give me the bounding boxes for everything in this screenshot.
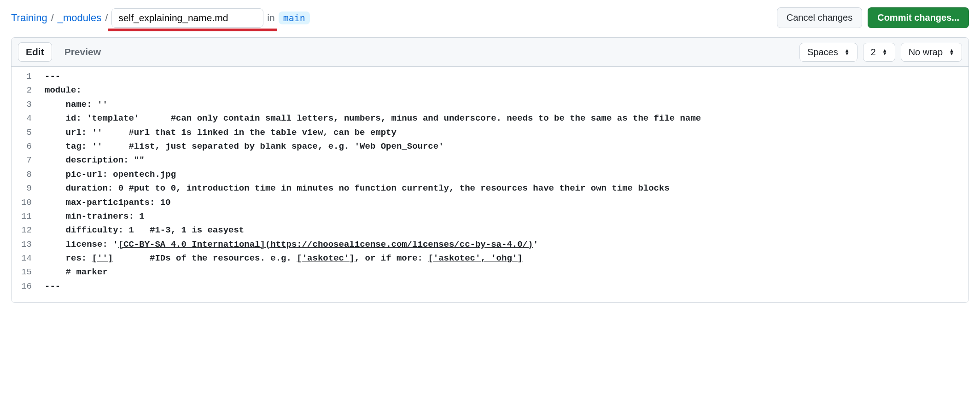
code-text[interactable]: # marker bbox=[45, 265, 968, 279]
code-line[interactable]: 9 duration: 0 #put to 0, introduction ti… bbox=[12, 181, 968, 195]
line-number: 10 bbox=[12, 196, 45, 209]
code-text[interactable]: max-participants: 10 bbox=[45, 196, 968, 209]
line-number: 7 bbox=[12, 153, 45, 167]
editor-settings: Spaces ▲▼ 2 ▲▼ No wrap ▲▼ bbox=[799, 43, 962, 62]
line-number: 9 bbox=[12, 181, 45, 195]
annotation-underline bbox=[108, 29, 277, 31]
code-text[interactable]: duration: 0 #put to 0, introduction time… bbox=[45, 181, 968, 195]
code-line[interactable]: 10 max-participants: 10 bbox=[12, 196, 968, 209]
line-number: 5 bbox=[12, 126, 45, 139]
filename-field-wrap bbox=[111, 8, 263, 28]
in-label: in bbox=[267, 12, 274, 23]
tab-edit[interactable]: Edit bbox=[18, 42, 52, 62]
editor-tabs: Edit Preview bbox=[18, 42, 109, 62]
code-line[interactable]: 6 tag: '' #list, just separated by blank… bbox=[12, 139, 968, 153]
cancel-button[interactable]: Cancel changes bbox=[777, 7, 862, 28]
code-line[interactable]: 16--- bbox=[12, 279, 968, 293]
breadcrumb-separator: / bbox=[105, 12, 108, 24]
line-number: 3 bbox=[12, 98, 45, 111]
code-line[interactable]: 4 id: 'template' #can only contain small… bbox=[12, 111, 968, 125]
line-number: 8 bbox=[12, 168, 45, 181]
code-line[interactable]: 12 difficulty: 1 #1-3, 1 is easyest bbox=[12, 223, 968, 237]
code-line[interactable]: 11 min-trainers: 1 bbox=[12, 209, 968, 223]
code-text[interactable]: tag: '' #list, just separated by blank s… bbox=[45, 139, 968, 153]
code-line[interactable]: 15 # marker bbox=[12, 265, 968, 279]
line-number: 4 bbox=[12, 111, 45, 125]
breadcrumb-separator: / bbox=[51, 12, 54, 24]
sort-icon: ▲▼ bbox=[949, 49, 954, 55]
line-number: 16 bbox=[12, 279, 45, 293]
code-line[interactable]: 7 description: "" bbox=[12, 153, 968, 167]
wrap-mode-select[interactable]: No wrap ▲▼ bbox=[901, 43, 962, 62]
line-number: 11 bbox=[12, 209, 45, 223]
code-text[interactable]: module: bbox=[45, 83, 968, 97]
filename-input[interactable] bbox=[111, 8, 263, 28]
indent-mode-label: Spaces bbox=[807, 47, 838, 58]
code-line[interactable]: 2module: bbox=[12, 83, 968, 97]
code-text[interactable]: res: [''] #IDs of the resources. e.g. ['… bbox=[45, 251, 968, 265]
code-editor[interactable]: 1---2module:3 name: ''4 id: 'template' #… bbox=[12, 67, 968, 302]
code-text[interactable]: url: '' #url that is linked in the table… bbox=[45, 126, 968, 139]
breadcrumb-root-link[interactable]: Training bbox=[11, 12, 47, 24]
code-text[interactable]: license: '[CC-BY-SA 4.0 International](h… bbox=[45, 238, 968, 251]
code-line[interactable]: 8 pic-url: opentech.jpg bbox=[12, 168, 968, 181]
branch-badge[interactable]: main bbox=[279, 12, 310, 24]
line-number: 14 bbox=[12, 251, 45, 265]
editor-container: Edit Preview Spaces ▲▼ 2 ▲▼ No wrap ▲▼ 1… bbox=[11, 37, 969, 303]
code-text[interactable]: --- bbox=[45, 279, 968, 293]
code-text[interactable]: name: '' bbox=[45, 98, 968, 111]
code-line[interactable]: 3 name: '' bbox=[12, 98, 968, 111]
code-text[interactable]: difficulty: 1 #1-3, 1 is easyest bbox=[45, 223, 968, 237]
line-number: 12 bbox=[12, 223, 45, 237]
code-line[interactable]: 5 url: '' #url that is linked in the tab… bbox=[12, 126, 968, 139]
line-number: 6 bbox=[12, 139, 45, 153]
commit-button[interactable]: Commit changes... bbox=[868, 7, 969, 28]
code-text[interactable]: id: 'template' #can only contain small l… bbox=[45, 111, 968, 125]
line-number: 2 bbox=[12, 83, 45, 97]
header-actions: Cancel changes Commit changes... bbox=[777, 7, 969, 28]
tab-preview[interactable]: Preview bbox=[57, 42, 109, 62]
breadcrumb: Training / _modules / in main bbox=[11, 8, 310, 28]
sort-icon: ▲▼ bbox=[882, 49, 887, 55]
code-line[interactable]: 13 license: '[CC-BY-SA 4.0 International… bbox=[12, 238, 968, 251]
line-number: 1 bbox=[12, 70, 45, 83]
wrap-mode-label: No wrap bbox=[909, 47, 943, 58]
code-text[interactable]: description: "" bbox=[45, 153, 968, 167]
sort-icon: ▲▼ bbox=[845, 49, 850, 55]
line-number: 15 bbox=[12, 265, 45, 279]
code-text[interactable]: min-trainers: 1 bbox=[45, 209, 968, 223]
code-line[interactable]: 14 res: [''] #IDs of the resources. e.g.… bbox=[12, 251, 968, 265]
code-text[interactable]: --- bbox=[45, 70, 968, 83]
indent-mode-select[interactable]: Spaces ▲▼ bbox=[799, 43, 858, 62]
line-number: 13 bbox=[12, 238, 45, 251]
header-bar: Training / _modules / in main Cancel cha… bbox=[11, 7, 969, 28]
indent-width-select[interactable]: 2 ▲▼ bbox=[863, 43, 895, 62]
code-line[interactable]: 1--- bbox=[12, 70, 968, 83]
indent-width-label: 2 bbox=[871, 47, 876, 58]
code-text[interactable]: pic-url: opentech.jpg bbox=[45, 168, 968, 181]
breadcrumb-folder-link[interactable]: _modules bbox=[58, 12, 101, 24]
editor-toolbar: Edit Preview Spaces ▲▼ 2 ▲▼ No wrap ▲▼ bbox=[12, 38, 968, 67]
